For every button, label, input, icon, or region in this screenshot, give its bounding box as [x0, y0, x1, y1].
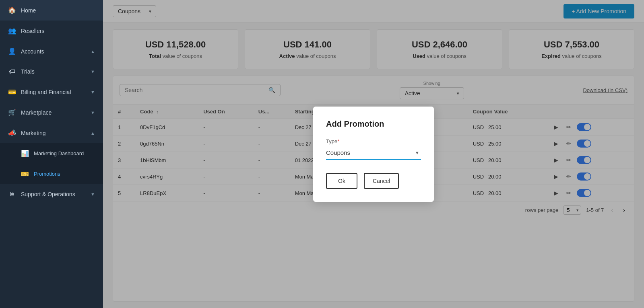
chevron-up-icon: ▲ — [91, 131, 95, 136]
sidebar-item-home[interactable]: 🏠 Home — [0, 0, 103, 21]
sidebar-item-trials[interactable]: 🏷 Trials ▼ — [0, 62, 103, 82]
sidebar-item-marketing[interactable]: 📣 Marketing ▲ — [0, 123, 103, 143]
support-icon: 🖥 — [8, 191, 16, 198]
sidebar: 🏠 Home 👥 Resellers 👤 Accounts ▲ 🏷 Trials… — [0, 0, 103, 308]
sidebar-item-label: Marketing — [21, 130, 86, 136]
sidebar-item-resellers[interactable]: 👥 Resellers — [0, 21, 103, 41]
sidebar-item-marketing-dashboard[interactable]: 📊 Marketing Dashboard — [0, 143, 103, 164]
sidebar-item-support[interactable]: 🖥 Support & Operations ▼ — [0, 184, 103, 204]
dashboard-icon: 📊 — [21, 150, 29, 157]
chevron-down-icon: ▲ — [91, 49, 95, 54]
sidebar-item-label: Marketing Dashboard — [34, 150, 95, 156]
type-select-wrapper: Coupons Discounts Vouchers — [326, 146, 421, 160]
home-icon: 🏠 — [8, 6, 16, 14]
sidebar-submenu-marketing: 📊 Marketing Dashboard 🎫 Promotions — [0, 143, 103, 184]
sidebar-item-label: Accounts — [21, 48, 86, 55]
chevron-down-icon: ▼ — [91, 90, 95, 94]
chevron-down-icon: ▼ — [91, 110, 95, 115]
modal-cancel-button[interactable]: Cancel — [364, 173, 399, 189]
modal-ok-button[interactable]: Ok — [326, 173, 357, 189]
sidebar-item-label: Billing and Financial — [21, 89, 86, 95]
sidebar-item-label: Support & Operations — [21, 191, 86, 197]
sidebar-item-accounts[interactable]: 👤 Accounts ▲ — [0, 41, 103, 62]
accounts-icon: 👤 — [8, 47, 16, 55]
add-promotion-modal: Add Promotion Type* Coupons Discounts Vo… — [313, 107, 434, 202]
modal-overlay: Add Promotion Type* Coupons Discounts Vo… — [103, 0, 644, 308]
sidebar-item-billing[interactable]: 💳 Billing and Financial ▼ — [0, 82, 103, 102]
trials-icon: 🏷 — [8, 68, 16, 75]
chevron-down-icon: ▼ — [91, 69, 95, 74]
required-star: * — [337, 138, 339, 144]
marketing-icon: 📣 — [8, 129, 16, 137]
sidebar-item-label: Marketplace — [21, 109, 86, 116]
sidebar-item-label: Promotions — [34, 171, 95, 177]
type-field: Type* Coupons Discounts Vouchers — [326, 138, 421, 160]
chevron-down-icon: ▼ — [91, 192, 95, 197]
modal-title: Add Promotion — [326, 119, 421, 129]
type-label: Type* — [326, 138, 421, 144]
marketplace-icon: 🛒 — [8, 109, 16, 116]
modal-type-select[interactable]: Coupons Discounts Vouchers — [326, 146, 421, 160]
promotions-icon: 🎫 — [21, 170, 29, 178]
sidebar-item-label: Trials — [21, 68, 86, 75]
sidebar-item-label: Resellers — [21, 28, 95, 34]
billing-icon: 💳 — [8, 88, 16, 96]
resellers-icon: 👥 — [8, 27, 16, 35]
main-content: Coupons Discounts Vouchers + Add New Pro… — [103, 0, 644, 308]
sidebar-item-promotions[interactable]: 🎫 Promotions — [0, 164, 103, 184]
sidebar-item-marketplace[interactable]: 🛒 Marketplace ▼ — [0, 102, 103, 123]
sidebar-item-label: Home — [21, 7, 95, 14]
modal-actions: Ok Cancel — [326, 173, 421, 189]
